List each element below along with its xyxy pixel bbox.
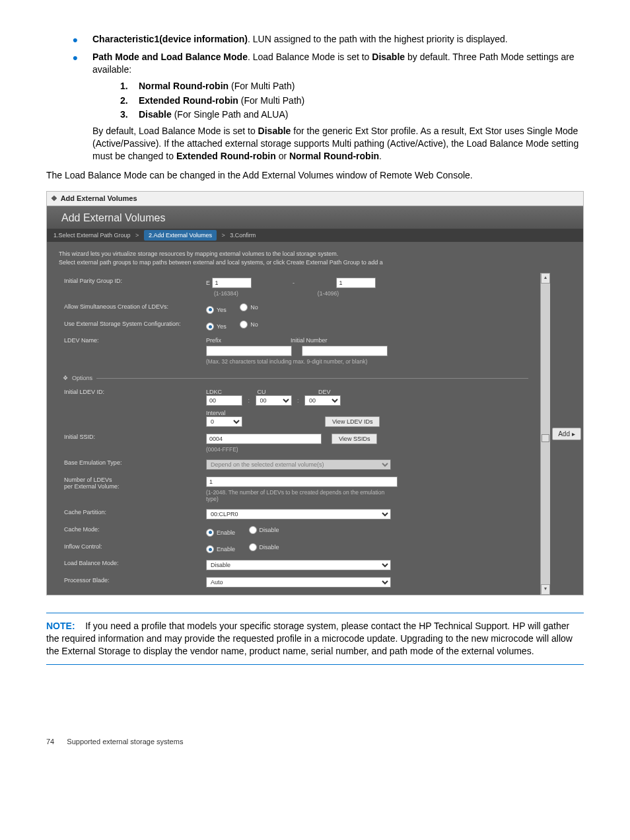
note-block: NOTE: If you need a profile that models … (46, 620, 584, 658)
initial-ldev-id-label: Initial LDEV ID: (63, 385, 205, 430)
dialog-title: Add External Volumes (61, 194, 137, 202)
scroll-thumb[interactable] (542, 434, 549, 442)
allow-simultaneous-label: Allow Simultaneous Creation of LDEVs: (63, 300, 205, 317)
add-button[interactable]: Add ▸ (552, 428, 581, 440)
view-ssids-button[interactable]: View SSIDs (332, 434, 377, 444)
cache-disable-radio[interactable]: Disable (249, 526, 279, 534)
wizard-steps: 1.Select External Path Group > 2.Add Ext… (47, 229, 583, 242)
note-divider-top (46, 613, 584, 613)
path-mode-options-list: 1.Normal Round-robin (For Multi Path) 2.… (92, 80, 584, 122)
ldkc-input[interactable] (206, 395, 242, 406)
num-ldevs-input[interactable] (206, 477, 398, 487)
ssid-input[interactable] (206, 434, 322, 444)
options-divider[interactable]: ❖ Options (63, 375, 528, 381)
num-ldevs-label: Number of LDEVsper External Volume: (63, 473, 205, 506)
page-footer: 74 Supported external storage systems (46, 738, 584, 745)
cache-partition-label: Cache Partition: (63, 506, 205, 523)
processor-blade-label: Processor Blade: (63, 574, 205, 591)
note-divider-bottom (46, 664, 584, 665)
ldev-prefix-input[interactable] (206, 346, 292, 356)
inflow-disable-radio[interactable]: Disable (249, 543, 279, 551)
cu-select[interactable]: 00 (256, 395, 292, 406)
form-panel: Initial Parity Group ID: E - (1-16384)(1… (47, 273, 540, 595)
cache-partition-select[interactable]: 00:CLPR0 (206, 509, 391, 519)
footer-section-title: Supported external storage systems (67, 738, 183, 745)
doc-bullet-list: Characteristic1(device information). LUN… (46, 33, 584, 163)
inflow-control-label: Inflow Control: (63, 540, 205, 557)
parity-group-label: Initial Parity Group ID: (63, 274, 205, 300)
default-mode-paragraph: By default, Load Balance Mode is set to … (92, 125, 584, 163)
step-1[interactable]: 1.Select External Path Group (53, 232, 131, 239)
page-number: 74 (46, 738, 54, 745)
wizard-header: Add External Volumes (47, 206, 583, 229)
ldev-initial-number-input[interactable] (302, 346, 388, 356)
view-ldev-ids-button[interactable]: View LDEV IDs (325, 416, 380, 427)
form-scrollbar[interactable]: ▴ ▾ (540, 273, 550, 595)
allow-yes-radio[interactable]: Yes (206, 306, 227, 314)
scroll-up-icon[interactable]: ▴ (541, 273, 550, 284)
load-balance-mode-label: Load Balance Mode: (63, 556, 205, 574)
emulation-type-select: Depend on the selected external volume(s… (206, 459, 391, 470)
processor-blade-select[interactable]: Auto (206, 577, 391, 588)
step-2-active[interactable]: 2.Add External Volumes (144, 230, 217, 241)
parity-group-input-1[interactable] (212, 278, 252, 288)
emulation-type-label: Base Emulation Type: (63, 456, 205, 473)
ldev-name-label: LDEV Name: (63, 334, 205, 368)
useext-yes-radio[interactable]: Yes (206, 323, 227, 330)
note-label: NOTE: (46, 621, 75, 631)
bullet-characteristic1: Characteristic1(device information). LUN… (73, 33, 584, 46)
allow-no-radio[interactable]: No (240, 303, 258, 311)
step-3: 3.Confirm (230, 232, 256, 239)
interval-select[interactable]: 0 (206, 416, 242, 427)
add-external-volumes-dialog: ❖ Add External Volumes Add External Volu… (46, 191, 584, 595)
cache-enable-radio[interactable]: Enable (206, 529, 235, 537)
collapse-icon[interactable]: ❖ (51, 194, 59, 203)
initial-ssid-label: Initial SSID: (63, 430, 205, 456)
inflow-enable-radio[interactable]: Enable (206, 545, 235, 553)
wizard-description: This wizard lets you virtualize storage … (47, 242, 583, 273)
load-balance-mode-select[interactable]: Disable (206, 560, 391, 570)
useext-no-radio[interactable]: No (240, 321, 258, 328)
collapse-options-icon[interactable]: ❖ (63, 375, 68, 381)
cache-mode-label: Cache Mode: (63, 523, 205, 540)
dev-select[interactable]: 00 (304, 395, 341, 406)
bullet-path-mode: Path Mode and Load Balance Mode. Load Ba… (73, 51, 584, 163)
scroll-down-icon[interactable]: ▾ (541, 584, 550, 595)
use-external-config-label: Use External Storage System Configuratio… (63, 317, 205, 334)
lead-paragraph: The Load Balance Mode can be changed in … (46, 169, 584, 182)
parity-group-input-2[interactable] (336, 278, 376, 288)
